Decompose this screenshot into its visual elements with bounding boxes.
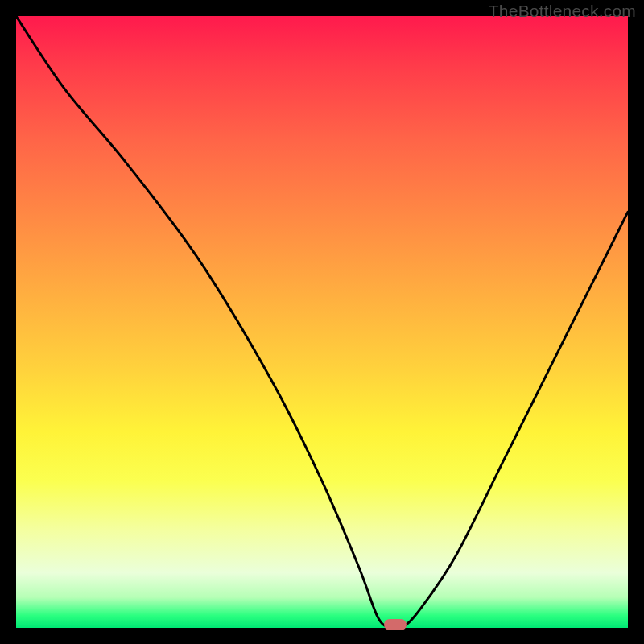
plot-area: [16, 16, 628, 628]
bottleneck-curve: [16, 16, 628, 628]
optimal-marker: [384, 619, 407, 630]
watermark-text: TheBottleneck.com: [489, 2, 636, 21]
chart-frame: TheBottleneck.com: [0, 0, 644, 644]
